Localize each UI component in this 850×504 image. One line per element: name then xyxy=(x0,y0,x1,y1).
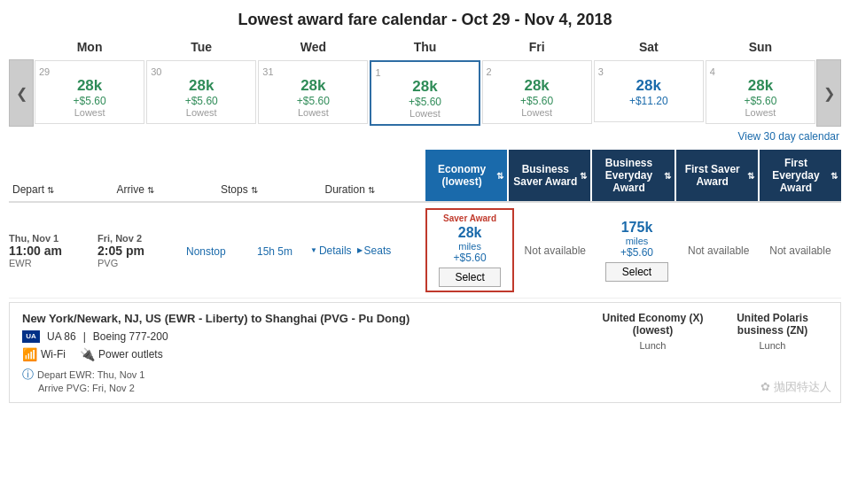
biz-everyday-fee: +$5.60 xyxy=(597,246,675,259)
biz-everyday-miles: 175k xyxy=(597,220,675,236)
cell-miles-31: 28k xyxy=(262,77,363,95)
calendar: MonTueWedThuFriSatSun ❮ 2928k+$5.60Lowes… xyxy=(0,36,850,127)
cell-miles-2: 28k xyxy=(487,77,588,95)
cell-fee-3: +$11.20 xyxy=(598,95,699,107)
cell-label-31: Lowest xyxy=(262,107,363,118)
stops-header[interactable]: Stops⇅ xyxy=(217,182,322,198)
cell-num-3: 3 xyxy=(598,66,699,77)
cal-day-cell-1[interactable]: 128k+$5.60Lowest xyxy=(370,60,480,126)
biz-saver-not-avail: Not available xyxy=(516,244,594,257)
depart-ewr: ⓘ Depart EWR: Thu, Nov 1 xyxy=(22,367,597,383)
aircraft-name: Boeing 777-200 xyxy=(93,330,168,343)
cal-day-header-tue: Tue xyxy=(145,36,257,58)
first-everyday-col-header[interactable]: First Everyday Award⇅ xyxy=(760,150,841,201)
cell-label-4: Lowest xyxy=(710,107,811,118)
column-header-row: Depart⇅ Arrive⇅ Stops⇅ Duration⇅ Economy… xyxy=(9,150,841,203)
route-text: New York/Newark, NJ, US (EWR - Liberty) … xyxy=(22,312,597,325)
biz-everyday-fare-cell: 175k miles +$5.60 Select xyxy=(596,216,677,285)
power-item: 🔌 Power outlets xyxy=(80,347,163,361)
watermark: ✿ 抛因特达人 xyxy=(760,379,831,395)
first-everyday-not-avail: Not available xyxy=(761,244,839,257)
cell-fee-31: +$5.60 xyxy=(262,95,363,107)
cal-day-cell-4[interactable]: 428k+$5.60Lowest xyxy=(706,60,815,124)
cal-day-header-sun: Sun xyxy=(705,36,816,58)
cal-day-cell-30[interactable]: 3028k+$5.60Lowest xyxy=(146,60,256,124)
flight-row: Thu, Nov 1 11:00 am EWR Fri, Nov 2 2:05 … xyxy=(9,203,841,299)
wifi-icon: 📶 xyxy=(22,347,37,361)
cal-day-cell-3[interactable]: 328k+$11.20 xyxy=(594,60,704,122)
details-button[interactable]: ▼ Details xyxy=(310,244,352,257)
cell-fee-2: +$5.60 xyxy=(487,95,588,107)
cell-miles-3: 28k xyxy=(598,77,699,95)
cal-day-header-sat: Sat xyxy=(593,36,705,58)
econ-fee: +$5.60 xyxy=(431,252,509,264)
cell-miles-1: 28k xyxy=(375,78,474,96)
cal-day-cell-2[interactable]: 228k+$5.60Lowest xyxy=(482,60,592,124)
econ-select-button[interactable]: Select xyxy=(439,268,502,287)
next-arrow[interactable]: ❯ xyxy=(816,59,841,127)
cal-day-header-wed: Wed xyxy=(257,36,369,58)
biz-everyday-select-button[interactable]: Select xyxy=(605,262,668,282)
flight-depart-info: Thu, Nov 1 11:00 am EWR Fri, Nov 2 2:05 … xyxy=(9,229,310,272)
pol-meal: Lunch xyxy=(717,340,828,351)
stops: Nonstop xyxy=(186,245,248,258)
pol-class-title: United Polaris business (ZN) xyxy=(717,312,828,337)
ua-logo: UA xyxy=(22,330,40,343)
aircraft-type: | xyxy=(83,330,86,343)
cell-miles-29: 28k xyxy=(39,77,140,95)
arrive-pvg: Arrive PVG: Fri, Nov 2 xyxy=(22,383,597,393)
power-label: Power outlets xyxy=(98,348,163,361)
first-everyday-fare-cell: Not available xyxy=(760,241,841,260)
economy-fare-cell: Saver Award 28k miles +$5.60 Select xyxy=(425,208,514,292)
cal-day-header-thu: Thu xyxy=(369,36,480,58)
biz-saver-col-header[interactable]: Business Saver Award⇅ xyxy=(509,150,590,201)
depart-airport: EWR xyxy=(9,258,89,268)
seats-button[interactable]: ▶ Seats xyxy=(357,244,392,257)
arrive-airport: PVG xyxy=(97,258,177,268)
cell-label-2: Lowest xyxy=(487,107,588,118)
econ-meal: Lunch xyxy=(597,340,708,351)
flight-number-row: UA UA 86 | Boeing 777-200 xyxy=(22,330,597,343)
fare-cells: Saver Award 28k miles +$5.60 Select Not … xyxy=(425,208,841,292)
view-30-link[interactable]: View 30 day calendar xyxy=(0,127,850,150)
wifi-item: 📶 Wi-Fi xyxy=(22,347,66,361)
cell-fee-29: +$5.60 xyxy=(39,95,140,107)
cell-num-31: 31 xyxy=(262,66,363,77)
cell-label-29: Lowest xyxy=(39,107,140,118)
depart-time: Thu, Nov 1 xyxy=(9,233,89,244)
arrive-time: 2:05 pm xyxy=(97,244,177,258)
first-saver-fare-cell: Not available xyxy=(678,241,760,260)
wifi-label: Wi-Fi xyxy=(41,348,66,361)
cal-day-cell-29[interactable]: 2928k+$5.60Lowest xyxy=(35,60,144,124)
cell-label-30: Lowest xyxy=(151,107,252,118)
cell-num-4: 4 xyxy=(710,66,811,77)
arrive-header[interactable]: Arrive⇅ xyxy=(113,182,218,198)
cell-fee-1: +$5.60 xyxy=(375,96,474,108)
cell-miles-4: 28k xyxy=(710,77,811,95)
cal-day-cell-31[interactable]: 3128k+$5.60Lowest xyxy=(258,60,368,124)
cal-day-header-mon: Mon xyxy=(34,36,145,58)
cell-label-1: Lowest xyxy=(375,108,474,119)
duration-header[interactable]: Duration⇅ xyxy=(322,182,426,198)
info-icon: ⓘ xyxy=(22,367,34,383)
cell-fee-4: +$5.60 xyxy=(710,95,811,107)
depart-header[interactable]: Depart⇅ xyxy=(9,182,113,198)
arrive-date: Fri, Nov 2 xyxy=(97,233,177,244)
econ-miles: 28k xyxy=(431,225,509,241)
cell-num-29: 29 xyxy=(39,66,140,77)
prev-arrow[interactable]: ❮ xyxy=(9,59,34,127)
cell-fee-30: +$5.60 xyxy=(151,95,252,107)
duration: 15h 5m xyxy=(257,245,306,258)
flight-action-btns: ▼ Details ▶ Seats xyxy=(310,244,425,257)
flight-number: UA 86 xyxy=(47,330,76,343)
cell-num-30: 30 xyxy=(151,66,252,77)
cal-day-header-fri: Fri xyxy=(481,36,593,58)
cell-num-2: 2 xyxy=(487,66,588,77)
econ-class-title: United Economy (X) (lowest) xyxy=(597,312,708,337)
biz-everyday-col-header[interactable]: Business Everyday Award⇅ xyxy=(592,150,674,201)
biz-saver-fare-cell: Not available xyxy=(514,241,596,260)
economy-col-header[interactable]: Economy (lowest)⇅ xyxy=(425,150,507,201)
first-saver-col-header[interactable]: First Saver Award⇅ xyxy=(676,150,758,201)
first-saver-not-avail: Not available xyxy=(680,244,758,257)
amenities-row: 📶 Wi-Fi 🔌 Power outlets xyxy=(22,347,597,361)
